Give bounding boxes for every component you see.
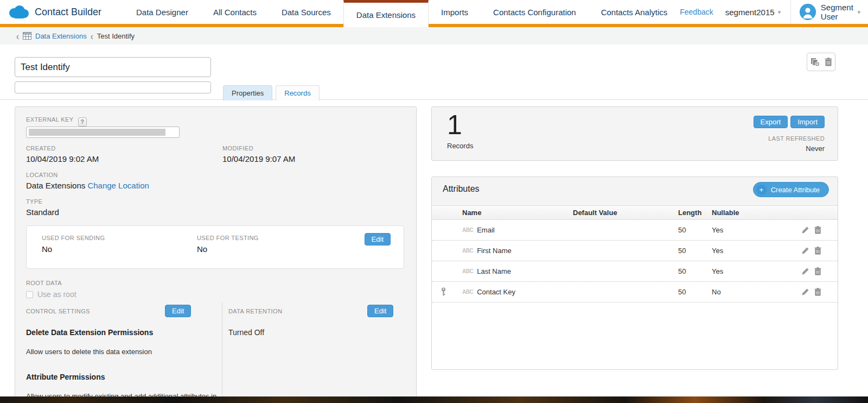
trash-icon[interactable]: [814, 247, 821, 255]
extension-name-input[interactable]: [15, 57, 211, 77]
account-menu[interactable]: segment2015: [725, 8, 775, 17]
trash-icon[interactable]: [814, 288, 821, 296]
nav-item-data-sources[interactable]: Data Sources: [269, 0, 343, 24]
control-settings-label: CONTROL SETTINGS: [26, 308, 90, 314]
modified-value: 10/04/2019 9:07 AM: [222, 154, 295, 163]
nav-item-contacts-configuration[interactable]: Contacts Configuration: [481, 0, 589, 24]
attributes-table-header: Name Default Value Length Nullable: [432, 206, 838, 220]
breadcrumb: ‹ Data Extensions ‹ Test Identify: [0, 27, 868, 45]
edit-pencil-icon[interactable]: [801, 226, 809, 234]
text-type-icon: ABC: [462, 248, 473, 254]
help-icon[interactable]: ?: [78, 117, 87, 127]
top-nav: Contact Builder Data DesignerAll Contact…: [0, 0, 868, 27]
nav-right-cluster: Feedback segment2015 ▾ Segment User ▾: [680, 0, 868, 24]
chevron-down-icon[interactable]: ▾: [857, 9, 860, 16]
attribute-name: Contact Key: [477, 288, 515, 296]
text-type-icon: ABC: [462, 289, 473, 295]
edit-usage-button[interactable]: Edit: [365, 233, 391, 245]
nav-item-data-extensions[interactable]: Data Extensions: [343, 0, 429, 27]
cloud-logo-icon: [8, 5, 29, 20]
attribute-nullable: Yes: [712, 226, 801, 234]
edit-pencil-icon[interactable]: [801, 267, 809, 275]
edit-pencil-icon[interactable]: [801, 247, 809, 255]
column-header-default-value: Default Value: [573, 209, 678, 217]
extension-description-input[interactable]: [15, 81, 211, 93]
column-header-nullable: Nullable: [712, 209, 838, 217]
attribute-name: Email: [477, 226, 495, 234]
records-summary-panel: 1 Records Export Import LAST REFRESHED N…: [431, 106, 838, 161]
import-button[interactable]: Import: [790, 116, 825, 128]
table-row: ABCEmail50Yes: [432, 220, 838, 241]
export-button[interactable]: Export: [754, 116, 788, 128]
table-row: ABCContact Key50No: [432, 282, 838, 303]
trash-icon[interactable]: [825, 58, 832, 66]
delete-permissions-title: Delete Data Extension Permissions: [26, 328, 153, 337]
redacted-value: [29, 129, 165, 136]
used-for-sending-label: USED FOR SENDING: [42, 235, 105, 241]
data-retention-label: DATA RETENTION: [228, 308, 282, 314]
last-refreshed-value: Never: [806, 144, 825, 153]
table-row: ABCFirst Name50Yes: [432, 241, 838, 261]
breadcrumb-separator-icon: ‹: [91, 30, 93, 41]
tab-properties[interactable]: Properties: [223, 85, 272, 100]
use-as-root-label: Use as root: [37, 290, 76, 299]
edit-data-retention-button[interactable]: Edit: [367, 305, 393, 317]
external-key-field[interactable]: [26, 127, 180, 138]
attribute-length: 50: [678, 288, 712, 296]
feedback-link[interactable]: Feedback: [680, 8, 713, 16]
created-value: 10/04/2019 9:02 AM: [26, 154, 99, 163]
edit-control-settings-button[interactable]: Edit: [165, 305, 191, 317]
user-avatar[interactable]: [800, 4, 816, 20]
back-chevron-icon[interactable]: ‹: [16, 30, 19, 41]
type-label: TYPE: [26, 198, 42, 205]
edit-pencil-icon[interactable]: [801, 288, 809, 296]
used-for-testing-label: USED FOR TESTING: [197, 235, 259, 241]
user-menu[interactable]: Segment User: [821, 3, 854, 21]
attributes-title: Attributes: [443, 184, 480, 194]
breadcrumb-current: Test Identify: [97, 32, 135, 40]
text-type-icon: ABC: [462, 268, 473, 274]
create-attribute-button[interactable]: + Create Attribute: [753, 182, 829, 197]
delete-permissions-desc: Allow users to delete this data extensio…: [26, 348, 152, 356]
nav-item-all-contacts[interactable]: All Contacts: [201, 0, 269, 24]
tab-records[interactable]: Records: [276, 85, 319, 100]
trash-icon[interactable]: [814, 267, 821, 275]
trash-icon[interactable]: [814, 226, 821, 234]
nav-item-data-designer[interactable]: Data Designer: [124, 0, 201, 24]
nav-item-contacts-analytics[interactable]: Contacts Analytics: [589, 0, 680, 24]
location-label: LOCATION: [26, 172, 58, 178]
last-refreshed-label: LAST REFRESHED: [768, 135, 825, 142]
data-retention-value: Turned Off: [228, 328, 264, 337]
app-brand: Contact Builder: [0, 5, 124, 20]
location-value: Data Extensions: [26, 181, 85, 190]
type-value: Standard: [26, 207, 59, 217]
records-count: 1: [447, 111, 462, 138]
attribute-name: Last Name: [477, 267, 511, 275]
plus-icon: +: [756, 185, 767, 195]
attribute-length: 50: [678, 226, 712, 234]
change-location-link[interactable]: Change Location: [87, 181, 149, 190]
attribute-length: 50: [678, 247, 712, 255]
copy-icon[interactable]: [810, 58, 820, 67]
nav-item-imports[interactable]: Imports: [429, 0, 481, 24]
view-tabs: PropertiesRecords: [223, 85, 320, 100]
create-attribute-label: Create Attribute: [771, 186, 820, 194]
usage-settings-box: USED FOR SENDING No USED FOR TESTING No …: [26, 225, 404, 269]
used-for-sending-value: No: [42, 244, 52, 254]
section-divider: [0, 99, 868, 100]
chevron-down-icon[interactable]: ▾: [778, 9, 781, 16]
attributes-table: Name Default Value Length Nullable ABCEm…: [432, 205, 838, 369]
extension-actions-group: [807, 53, 835, 71]
used-for-testing-value: No: [197, 244, 207, 254]
attribute-nullable: Yes: [712, 247, 801, 255]
table-row: ABCLast Name50Yes: [432, 261, 838, 282]
column-header-length: Length: [678, 209, 712, 217]
use-as-root-checkbox[interactable]: [26, 291, 33, 298]
attribute-nullable: No: [712, 288, 801, 296]
breadcrumb-parent-link[interactable]: Data Extensions: [35, 32, 87, 40]
primary-key-icon: [441, 287, 446, 297]
column-header-name: Name: [462, 209, 573, 217]
attribute-permissions-title: Attribute Permissions: [26, 373, 105, 381]
modified-label: MODIFIED: [222, 145, 253, 152]
attributes-panel: Attributes + Create Attribute Name Defau…: [431, 177, 838, 370]
